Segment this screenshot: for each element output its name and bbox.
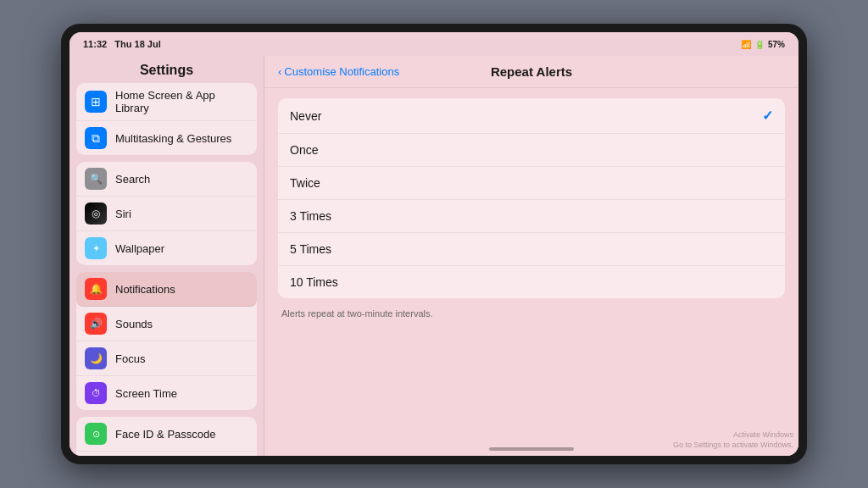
back-label: Customise Notifications — [284, 65, 399, 78]
back-chevron-icon: ‹ — [278, 65, 281, 78]
tablet-screen: 11:32 Thu 18 Jul 📶 🔋 57% Settings ⊞ — [70, 32, 798, 456]
option-five-label: 5 Times — [290, 242, 773, 256]
settings-sidebar: Settings ⊞ Home Screen & App Library ⧉ M… — [70, 56, 264, 456]
multitasking-icon: ⧉ — [85, 127, 107, 149]
sounds-icon: 🔊 — [85, 313, 107, 335]
option-twice-label: Twice — [290, 176, 773, 190]
sidebar-item-notifications[interactable]: 🔔 Notifications — [76, 272, 257, 307]
right-panel: ‹ Customise Notifications Repeat Alerts … — [264, 56, 798, 456]
siri-label: Siri — [115, 208, 248, 220]
option-never-label: Never — [290, 109, 762, 123]
notifications-label: Notifications — [115, 283, 248, 296]
option-five-times[interactable]: 5 Times — [278, 233, 785, 266]
wallpaper-label: Wallpaper — [115, 242, 248, 255]
siri-icon: ◎ — [85, 202, 107, 225]
sidebar-group-1: ⊞ Home Screen & App Library ⧉ Multitaski… — [76, 83, 257, 155]
status-right-icons: 📶 🔋 57% — [741, 40, 785, 49]
option-once-label: Once — [290, 143, 773, 157]
multitasking-label: Multitasking & Gestures — [115, 132, 248, 145]
option-never-check: ✓ — [762, 108, 773, 124]
focus-label: Focus — [115, 352, 248, 365]
option-ten-label: 10 Times — [290, 275, 773, 289]
face-id-label: Face ID & Passcode — [115, 428, 248, 441]
option-never[interactable]: Never ✓ — [278, 98, 785, 134]
sidebar-item-multitasking[interactable]: ⧉ Multitasking & Gestures — [76, 121, 257, 155]
sidebar-list[interactable]: ⊞ Home Screen & App Library ⧉ Multitaski… — [70, 83, 264, 456]
option-three-label: 3 Times — [290, 209, 773, 223]
screen-time-label: Screen Time — [115, 387, 248, 400]
sidebar-item-privacy[interactable]: 🤚 Privacy & Security — [76, 452, 257, 456]
home-screen-label: Home Screen & App Library — [115, 89, 248, 114]
focus-icon: 🌙 — [85, 347, 107, 369]
battery-icon: 🔋 — [754, 40, 765, 49]
sidebar-item-home-screen[interactable]: ⊞ Home Screen & App Library — [76, 83, 257, 121]
sidebar-item-face-id[interactable]: ⊙ Face ID & Passcode — [76, 417, 257, 452]
sidebar-item-focus[interactable]: 🌙 Focus — [76, 341, 257, 376]
home-screen-icon: ⊞ — [85, 91, 107, 113]
home-bar — [489, 447, 574, 451]
sidebar-group-4: ⊙ Face ID & Passcode 🤚 Privacy & Securit… — [76, 417, 257, 456]
main-content: Settings ⊞ Home Screen & App Library ⧉ M… — [70, 56, 798, 456]
windows-line2: Go to Settings to activate Windows. — [673, 440, 793, 451]
option-once[interactable]: Once — [278, 134, 785, 167]
sidebar-item-wallpaper[interactable]: ✦ Wallpaper — [76, 231, 257, 265]
sounds-label: Sounds — [115, 318, 248, 330]
sidebar-item-sounds[interactable]: 🔊 Sounds — [76, 307, 257, 341]
panel-header: ‹ Customise Notifications Repeat Alerts — [264, 56, 798, 88]
windows-line1: Activate Windows — [673, 430, 793, 441]
repeat-alerts-options: Never ✓ Once Twice 3 Times — [278, 98, 785, 298]
face-id-icon: ⊙ — [85, 423, 107, 445]
sidebar-group-2: 🔍 Search ◎ Siri ✦ Wallpaper — [76, 162, 257, 265]
panel-body: Never ✓ Once Twice 3 Times — [264, 88, 798, 442]
sidebar-item-screen-time[interactable]: ⏱ Screen Time — [76, 376, 257, 410]
sidebar-item-search[interactable]: 🔍 Search — [76, 162, 257, 197]
sidebar-title: Settings — [70, 56, 264, 83]
panel-title: Repeat Alerts — [491, 64, 572, 79]
back-button[interactable]: ‹ Customise Notifications — [278, 65, 399, 78]
sidebar-item-siri[interactable]: ◎ Siri — [76, 197, 257, 231]
sidebar-group-3: 🔔 Notifications 🔊 Sounds 🌙 Focus ⏱ — [76, 272, 257, 410]
windows-watermark: Activate Windows Go to Settings to activ… — [673, 430, 793, 451]
option-twice[interactable]: Twice — [278, 167, 785, 200]
search-label: Search — [115, 173, 248, 186]
notifications-icon: 🔔 — [85, 278, 107, 300]
wifi-icon: 📶 — [741, 40, 751, 49]
options-note: Alerts repeat at two-minute intervals. — [278, 305, 785, 322]
tablet-device: 11:32 Thu 18 Jul 📶 🔋 57% Settings ⊞ — [61, 24, 807, 464]
option-three-times[interactable]: 3 Times — [278, 200, 785, 233]
wallpaper-icon: ✦ — [85, 237, 107, 259]
screen-time-icon: ⏱ — [85, 382, 107, 404]
search-icon: 🔍 — [85, 168, 107, 190]
status-time-date: 11:32 Thu 18 Jul — [83, 39, 161, 49]
option-ten-times[interactable]: 10 Times — [278, 266, 785, 298]
status-bar: 11:32 Thu 18 Jul 📶 🔋 57% — [70, 32, 798, 56]
